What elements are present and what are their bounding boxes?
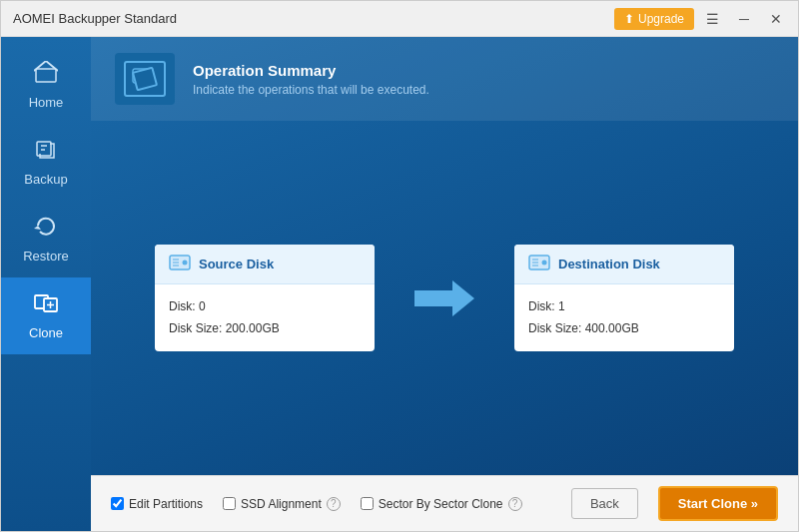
svg-rect-9 [136, 72, 152, 85]
clone-arrow-icon [414, 276, 474, 320]
op-title: Operation Summary [193, 62, 429, 79]
upgrade-button[interactable]: ⬆ Upgrade [614, 8, 694, 30]
edit-partitions-label: Edit Partitions [129, 497, 203, 511]
restore-icon [34, 215, 58, 243]
sidebar-clone-label: Clone [29, 325, 63, 340]
ssd-alignment-label: SSD Alignment [241, 497, 322, 511]
source-disk-icon [169, 255, 191, 273]
source-disk-body: Disk: 0 Disk Size: 200.00GB [155, 284, 375, 351]
sidebar-item-clone[interactable]: Clone [1, 277, 91, 354]
minimize-button[interactable]: ─ [730, 7, 758, 31]
sector-by-sector-checkbox[interactable]: Sector By Sector Clone ? [361, 497, 522, 511]
ssd-alignment-checkbox[interactable]: SSD Alignment ? [223, 497, 341, 511]
upgrade-label: Upgrade [638, 12, 684, 26]
disk-area: Source Disk Disk: 0 Disk Size: 200.00GB [91, 121, 798, 475]
op-icon [124, 61, 166, 97]
destination-disk-header: Destination Disk [514, 245, 734, 284]
destination-disk-body: Disk: 1 Disk Size: 400.00GB [514, 284, 734, 351]
svg-marker-16 [414, 280, 474, 316]
clone-icon [34, 291, 58, 319]
sidebar: Home Backup Restore Clone [1, 37, 91, 531]
close-button[interactable]: ✕ [762, 7, 790, 31]
source-disk-size: Disk Size: 200.00GB [169, 318, 361, 340]
sector-by-sector-help-icon[interactable]: ? [508, 497, 522, 511]
destination-disk-title: Destination Disk [558, 257, 660, 271]
svg-rect-1 [37, 142, 51, 156]
destination-disk-size: Disk Size: 400.00GB [528, 318, 720, 340]
app-title: AOMEI Backupper Standard [13, 11, 177, 26]
main-layout: Home Backup Restore Clone [1, 37, 798, 531]
op-text-block: Operation Summary Indicate the operation… [193, 62, 429, 97]
menu-button[interactable]: ☰ [698, 7, 726, 31]
bottom-bar: Edit Partitions SSD Alignment ? Sector B… [91, 475, 798, 531]
sector-by-sector-input[interactable] [361, 497, 374, 510]
sidebar-restore-label: Restore [23, 249, 69, 264]
destination-disk-card: Destination Disk Disk: 1 Disk Size: 400.… [514, 245, 734, 351]
svg-rect-8 [133, 69, 151, 83]
ssd-alignment-help-icon[interactable]: ? [327, 497, 341, 511]
titlebar-controls: ⬆ Upgrade ☰ ─ ✕ [614, 7, 790, 31]
svg-point-18 [542, 260, 547, 265]
destination-disk-icon [528, 255, 550, 273]
backup-icon [34, 138, 58, 166]
back-button[interactable]: Back [571, 488, 638, 519]
sector-by-sector-label: Sector By Sector Clone [379, 497, 503, 511]
arrow-container [414, 276, 474, 320]
home-icon [34, 61, 58, 89]
upgrade-icon: ⬆ [624, 12, 634, 26]
source-disk-card: Source Disk Disk: 0 Disk Size: 200.00GB [155, 245, 375, 351]
sidebar-backup-label: Backup [24, 172, 67, 187]
sidebar-item-restore[interactable]: Restore [1, 201, 91, 277]
app-window: AOMEI Backupper Standard ⬆ Upgrade ☰ ─ ✕… [0, 0, 799, 532]
source-disk-number: Disk: 0 [169, 296, 361, 318]
sidebar-home-label: Home [29, 95, 64, 110]
svg-point-12 [183, 260, 188, 265]
titlebar: AOMEI Backupper Standard ⬆ Upgrade ☰ ─ ✕ [1, 1, 798, 37]
content-area: Operation Summary Indicate the operation… [91, 37, 798, 531]
op-description: Indicate the operations that will be exe… [193, 83, 429, 97]
edit-partitions-checkbox[interactable]: Edit Partitions [111, 497, 203, 511]
start-clone-button[interactable]: Start Clone » [658, 486, 778, 521]
svg-rect-0 [36, 69, 56, 82]
operation-summary-header: Operation Summary Indicate the operation… [91, 37, 798, 121]
op-icon-box [115, 53, 175, 105]
ssd-alignment-input[interactable] [223, 497, 236, 510]
svg-rect-10 [139, 74, 150, 83]
edit-partitions-input[interactable] [111, 497, 124, 510]
destination-disk-number: Disk: 1 [528, 296, 720, 318]
sidebar-item-home[interactable]: Home [1, 47, 91, 124]
sidebar-item-backup[interactable]: Backup [1, 124, 91, 201]
source-disk-header: Source Disk [155, 245, 375, 284]
source-disk-title: Source Disk [199, 257, 274, 271]
